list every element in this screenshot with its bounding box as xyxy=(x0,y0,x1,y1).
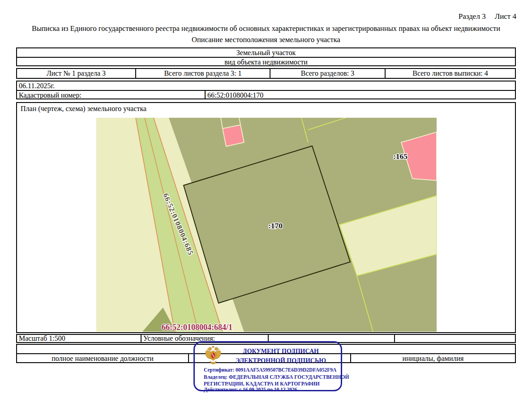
egrn-document-page: Раздел 3Лист 4 Выписка из Единого госуда… xyxy=(0,0,532,411)
object-type-table: Земельный участок вид объекта недвижимос… xyxy=(16,47,516,66)
stamp-title-line2: ЭЛЕКТРОННОЙ ПОДПИСЬЮ xyxy=(224,357,337,364)
document-subtitle: Описание местоположения земельного участ… xyxy=(0,35,532,44)
stamp-owner-line1: Владелец: ФЕДЕРАЛЬНАЯ СЛУЖБА ГОСУДАРСТВЕ… xyxy=(204,374,338,380)
sheet-info-cell: Всего разделов: 3 xyxy=(270,69,385,78)
object-type-value: Земельный участок xyxy=(17,48,515,58)
section-sheet-header: Раздел 3Лист 4 xyxy=(459,12,516,21)
building-pink-small xyxy=(223,125,244,146)
sheet-info-cell: Всего листов раздела 3: 1 xyxy=(135,69,270,78)
parcel-684-1-label: 66:52:0108004:684/1 xyxy=(162,323,232,332)
object-type-caption: вид объекта недвижимости xyxy=(17,58,515,66)
plan-section: План (чертеж, схема) земельного участка xyxy=(16,102,516,333)
stamp-certificate: Сертификат: 0091AAF5A599507BC7E6D39D2DFA… xyxy=(204,367,338,372)
section-number: Раздел 3 xyxy=(459,12,486,21)
stamp-validity: Действителен: с 16.09.2025 по 10.12.2026 xyxy=(204,387,338,392)
cadastral-number-label: Кадастровый номер: xyxy=(17,91,206,99)
cadastral-number-value: 66:52:0108004:170 xyxy=(206,91,515,99)
cadastral-table: 06.11.2025г. Кадастровый номер: 66:52:01… xyxy=(16,81,516,99)
sheet-info-cell: Всего листов выписки: 4 xyxy=(385,69,515,78)
parcel-170-label: :170 xyxy=(268,221,283,230)
plan-title: План (чертеж, схема) земельного участка xyxy=(21,105,146,113)
extract-date: 06.11.2025г. xyxy=(17,81,515,91)
digital-signature-stamp: ДОКУМЕНТ ПОДПИСАН ЭЛЕКТРОННОЙ ПОДПИСЬЮ С… xyxy=(193,341,342,391)
legend-empty-cell xyxy=(394,335,515,342)
parcel-165-label: :165 xyxy=(393,152,408,161)
position-label-cell: полное наименование должности xyxy=(17,354,189,363)
cadastral-map: :170 :165 66:52:0108004:685 66:52:010800… xyxy=(96,118,437,332)
rosreestr-eagle-icon xyxy=(204,345,223,366)
scale-label: Масштаб 1:500 xyxy=(17,335,141,342)
stamp-owner-line2: РЕГИСТРАЦИИ, КАДАСТРА И КАРТОГРАФИИ xyxy=(204,381,338,386)
sheet-info-cell: Лист № 1 раздела 3 xyxy=(17,69,135,78)
name-label-cell: инициалы, фамилия xyxy=(351,354,515,363)
sheet-number: Лист 4 xyxy=(495,12,516,21)
sheet-info-row: Лист № 1 раздела 3 Всего листов раздела … xyxy=(16,68,516,79)
document-title: Выписка из Единого государственного реес… xyxy=(0,24,532,33)
stamp-title-line1: ДОКУМЕНТ ПОДПИСАН xyxy=(224,348,337,355)
cadastral-map-svg: :170 :165 66:52:0108004:685 66:52:010800… xyxy=(96,118,437,332)
